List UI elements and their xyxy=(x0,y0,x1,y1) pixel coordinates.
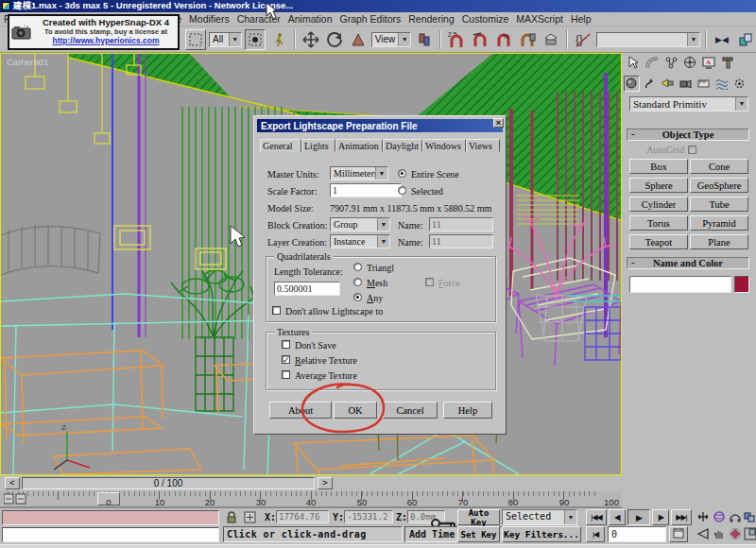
utilities-tab-icon[interactable] xyxy=(720,55,736,71)
lights-category-icon[interactable] xyxy=(660,76,676,92)
object-name-field[interactable] xyxy=(629,276,731,293)
create-sphere-button[interactable]: Sphere xyxy=(629,178,688,193)
create-teapot-button[interactable]: Teapot xyxy=(629,234,688,249)
next-frame-button[interactable]: |▶ xyxy=(652,509,669,525)
force-checkbox[interactable] xyxy=(425,278,434,286)
cancel-button[interactable]: Cancel xyxy=(383,402,438,419)
viewport-label[interactable]: Camera01 xyxy=(7,57,48,67)
select-and-manipulate-icon[interactable] xyxy=(268,29,289,50)
select-and-scale-icon[interactable] xyxy=(348,29,369,50)
named-selection-sets-icon[interactable]: {} xyxy=(573,29,593,50)
create-geosphere-button[interactable]: GeoSphere xyxy=(690,178,748,193)
menu-animation[interactable]: Animation xyxy=(284,13,336,25)
spinner-snap-icon[interactable] xyxy=(517,29,538,50)
menu-help[interactable]: Help xyxy=(567,13,595,25)
layer-name-field[interactable]: 11 xyxy=(429,234,493,248)
master-units-dropdown[interactable]: Millimeters ▼ xyxy=(330,166,388,180)
about-button[interactable]: About xyxy=(269,402,332,419)
field-of-view-icon[interactable] xyxy=(696,526,711,541)
menu-customize[interactable]: Customize xyxy=(458,13,513,25)
select-and-move-icon[interactable] xyxy=(301,29,321,50)
motion-tab-icon[interactable] xyxy=(682,55,698,71)
object-color-swatch[interactable] xyxy=(734,276,749,293)
systems-category-icon[interactable] xyxy=(731,76,747,92)
set-key-button[interactable]: Set Key xyxy=(457,526,500,542)
time-slider-ruler[interactable]: 0 10 20 30 40 50 60 70 80 90 100 xyxy=(0,491,622,508)
selection-filter-dropdown[interactable]: All ▼ xyxy=(209,32,242,47)
watermark-link[interactable]: http://www.hyperionics.com xyxy=(34,37,178,46)
menu-rendering[interactable]: Rendering xyxy=(404,13,457,25)
selected-radio[interactable] xyxy=(398,186,406,195)
close-icon[interactable]: × xyxy=(493,118,504,128)
zoom-extents-icon[interactable] xyxy=(712,509,727,524)
help-button[interactable]: Help xyxy=(443,402,492,419)
zoom-region-icon[interactable] xyxy=(743,509,756,524)
create-plane-button[interactable]: Plane xyxy=(690,234,748,249)
ok-button[interactable]: OK xyxy=(334,402,377,419)
pan-hand-icon[interactable] xyxy=(712,526,727,541)
percent-snap-icon[interactable]: % xyxy=(493,29,514,50)
select-and-rotate-icon[interactable] xyxy=(324,29,345,50)
dont-allow-checkbox[interactable] xyxy=(272,306,281,315)
create-tube-button[interactable]: Tube xyxy=(690,197,748,212)
current-frame-field[interactable]: 0 xyxy=(608,526,666,542)
cameras-category-icon[interactable] xyxy=(678,76,694,92)
title-bar[interactable]: 建模1.max - 3ds max 5 - Unregistered Versi… xyxy=(0,0,756,12)
create-torus-button[interactable]: Torus xyxy=(629,215,688,231)
average-texture-checkbox[interactable] xyxy=(282,370,290,379)
auto-key-button[interactable]: Auto Key xyxy=(457,509,500,525)
key-mode-toggle-button[interactable]: |◀ xyxy=(586,526,605,542)
autogrid-checkbox[interactable] xyxy=(688,146,696,154)
go-to-start-button[interactable]: |◀◀ xyxy=(586,509,607,525)
object-type-rollout[interactable]: - Object Type xyxy=(627,128,749,141)
mini-track-icon[interactable] xyxy=(4,493,26,507)
min-max-toggle-icon[interactable] xyxy=(743,526,756,541)
menu-maxscript[interactable]: MAXScript xyxy=(512,13,567,25)
next-frame-arrow[interactable]: > xyxy=(318,477,333,489)
key-selection-dropdown[interactable]: Selected ▼ xyxy=(502,509,577,525)
key-filters-button[interactable]: Key Filters... xyxy=(502,526,581,542)
zoom-icon[interactable] xyxy=(696,509,711,524)
menu-modifiers[interactable]: Modifiers xyxy=(185,13,233,25)
macro-recorder-field[interactable] xyxy=(2,510,219,525)
mirror-icon[interactable]: ▶◀ xyxy=(712,29,732,50)
arc-rotate-icon[interactable] xyxy=(728,526,743,541)
rect-selection-region-icon[interactable] xyxy=(185,29,206,50)
tab-windows[interactable]: Windows xyxy=(422,139,466,152)
entire-scene-radio[interactable] xyxy=(398,169,406,178)
go-to-end-button[interactable]: ▶▶| xyxy=(671,509,692,525)
scale-factor-field[interactable]: 1 xyxy=(330,183,402,197)
relative-texture-checkbox[interactable]: ✓ xyxy=(282,355,290,364)
display-tab-icon[interactable]: A xyxy=(701,55,717,71)
modify-tab-icon[interactable] xyxy=(644,55,661,71)
dont-save-checkbox[interactable] xyxy=(282,340,290,349)
create-tab-icon[interactable] xyxy=(626,55,642,71)
space-warps-category-icon[interactable] xyxy=(713,76,730,92)
angle-snap-icon[interactable] xyxy=(470,29,490,50)
time-configuration-button[interactable] xyxy=(669,526,688,542)
create-cone-button[interactable]: Cone xyxy=(690,159,748,174)
reference-coordinate-dropdown[interactable]: View ▼ xyxy=(371,32,412,47)
layer-creation-dropdown[interactable]: Instance ▼ xyxy=(330,234,390,248)
tab-views[interactable]: Views xyxy=(466,139,500,152)
y-coord-field[interactable]: -15331.2 xyxy=(344,510,393,523)
create-cylinder-button[interactable]: Cylinder xyxy=(629,197,688,212)
category-dropdown[interactable]: Standard Primitiv ▼ xyxy=(629,96,748,111)
length-tolerance-field[interactable]: 0.500001 xyxy=(274,282,340,296)
menu-graph-editors[interactable]: Graph Editors xyxy=(335,13,404,25)
render-shortcut-icon[interactable] xyxy=(541,29,561,50)
create-pyramid-button[interactable]: Pyramid xyxy=(690,215,748,231)
x-coord-field[interactable]: 17764.76 xyxy=(276,510,329,523)
play-button[interactable]: ▶ xyxy=(627,509,650,525)
mesh-radio[interactable] xyxy=(353,278,362,286)
align-icon[interactable] xyxy=(735,29,756,50)
block-creation-dropdown[interactable]: Group ▼ xyxy=(330,217,390,231)
previous-frame-button[interactable]: ◀| xyxy=(609,509,626,525)
geometry-category-icon[interactable] xyxy=(624,76,640,92)
tab-lights[interactable]: Lights xyxy=(301,139,335,152)
block-name-field[interactable]: 11 xyxy=(429,217,493,231)
any-radio[interactable] xyxy=(353,293,362,301)
window-crossing-icon[interactable] xyxy=(245,29,266,50)
shapes-category-icon[interactable] xyxy=(642,76,658,92)
use-center-icon[interactable] xyxy=(414,29,435,50)
